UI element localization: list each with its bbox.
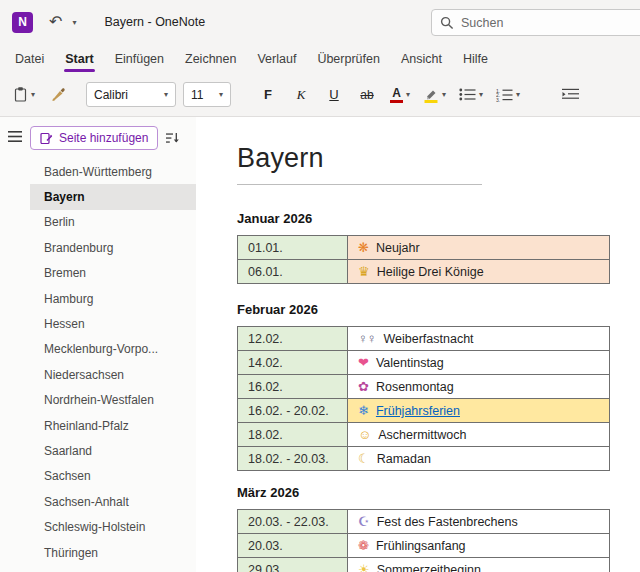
menu-item-start[interactable]: Start	[64, 47, 94, 71]
sidebar-item-bayern[interactable]: Bayern	[30, 184, 196, 209]
sidebar-item-nordrhein-westfalen[interactable]: Nordrhein-Westfalen	[30, 388, 196, 413]
menu-bar: Datei Start Einfügen Zeichnen Verlauf Üb…	[0, 44, 640, 73]
event-cell[interactable]: ❄Frühjahrsferien	[348, 399, 610, 423]
table-row: 18.02. ☺Aschermittwoch	[238, 423, 610, 447]
month-heading-januar[interactable]: Januar 2026	[237, 211, 640, 226]
menu-item-verlauf[interactable]: Verlauf	[256, 47, 297, 71]
onenote-window: N ↶ ▾ Bayern - OneNote Datei Start Einfü…	[0, 0, 640, 572]
menu-item-ansicht[interactable]: Ansicht	[400, 47, 443, 71]
search-input[interactable]	[461, 16, 611, 30]
pages-panel: Seite hinzufügen Baden-Württemberg Bayer…	[30, 117, 196, 572]
quick-access-chevron-icon[interactable]: ▾	[72, 18, 76, 27]
date-cell[interactable]: 20.03.	[238, 534, 348, 558]
date-cell[interactable]: 01.01.	[238, 236, 348, 260]
italic-button[interactable]: K	[288, 81, 314, 109]
menu-item-ueberpruefen[interactable]: Überprüfen	[316, 47, 381, 71]
snowflake-icon: ❄	[358, 403, 368, 418]
date-cell[interactable]: 14.02.	[238, 351, 348, 375]
sidebar-item-thueringen[interactable]: Thüringen	[30, 540, 196, 565]
flower-icon: ❁	[358, 538, 368, 553]
sidebar-item-sachsen[interactable]: Sachsen	[30, 464, 196, 489]
menu-item-zeichnen[interactable]: Zeichnen	[184, 47, 237, 71]
date-cell[interactable]: 29.03.	[238, 558, 348, 572]
date-cell[interactable]: 16.02.	[238, 375, 348, 399]
date-cell[interactable]: 06.01.	[238, 260, 348, 284]
event-cell[interactable]: ☀Sommerzeitbeginn	[348, 558, 610, 572]
undo-icon[interactable]: ↶	[49, 14, 62, 30]
heart-icon: ❤	[358, 355, 368, 370]
page-list: Baden-Württemberg Bayern Berlin Brandenb…	[30, 159, 196, 565]
sidebar-item-bremen[interactable]: Bremen	[30, 261, 196, 286]
highlighter-icon	[423, 87, 439, 103]
table-row: 16.02. - 20.02. ❄Frühjahrsferien	[238, 399, 610, 423]
highlight-button[interactable]: ▾	[420, 81, 449, 109]
strikethrough-button[interactable]: ab	[354, 81, 380, 109]
format-painter-button[interactable]	[45, 81, 71, 109]
font-size-value: 11	[191, 88, 203, 102]
event-cell[interactable]: ❋Neujahr	[348, 236, 610, 260]
indent-button[interactable]	[558, 81, 584, 109]
sidebar-item-hamburg[interactable]: Hamburg	[30, 286, 196, 311]
font-size-select[interactable]: 11 ▾	[183, 82, 231, 107]
title-bar: N ↶ ▾ Bayern - OneNote	[0, 0, 640, 44]
date-cell[interactable]: 16.02. - 20.02.	[238, 399, 348, 423]
two-women-icon: ♀♀	[358, 331, 376, 346]
bullet-list-icon	[459, 88, 476, 101]
page-title[interactable]: Bayern	[237, 143, 640, 174]
underline-button[interactable]: U	[321, 81, 347, 109]
sort-pages-icon[interactable]	[165, 131, 180, 145]
add-page-button[interactable]: Seite hinzufügen	[30, 126, 158, 150]
paste-button[interactable]: ▾	[10, 81, 38, 109]
date-cell[interactable]: 12.02.	[238, 327, 348, 351]
page-content: Bayern Januar 2026 01.01. ❋Neujahr 06.01…	[196, 117, 640, 572]
event-cell[interactable]: ☾Ramadan	[348, 447, 610, 471]
sidebar-item-mecklenburg-vorpommern[interactable]: Mecklenburg-Vorpo...	[30, 337, 196, 362]
font-name-value: Calibri	[94, 88, 128, 102]
sidebar-item-baden-wuerttemberg[interactable]: Baden-Württemberg	[30, 159, 196, 184]
event-cell[interactable]: ❁Frühlingsanfang	[348, 534, 610, 558]
table-row: 06.01. ♛Heilige Drei Könige	[238, 260, 610, 284]
date-cell[interactable]: 18.02. - 20.03.	[238, 447, 348, 471]
bold-button[interactable]: F	[255, 81, 281, 109]
sidebar-item-niedersachsen[interactable]: Niedersachsen	[30, 362, 196, 387]
sidebar-item-rheinland-pfalz[interactable]: Rheinland-Pfalz	[30, 413, 196, 438]
date-cell[interactable]: 20.03. - 22.03.	[238, 510, 348, 534]
ribbon-toolbar: ▾ Calibri ▾ 11 ▾ F K U ab A ▾	[0, 73, 640, 117]
sidebar-item-sachsen-anhalt[interactable]: Sachsen-Anhalt	[30, 489, 196, 514]
table-row: 20.03. ❁Frühlingsanfang	[238, 534, 610, 558]
font-name-select[interactable]: Calibri ▾	[86, 82, 176, 107]
event-label: Frühlingsanfang	[376, 539, 466, 553]
event-cell[interactable]: ☪Fest des Fastenbrechens	[348, 510, 610, 534]
event-cell[interactable]: ♛Heilige Drei Könige	[348, 260, 610, 284]
month-heading-februar[interactable]: Februar 2026	[237, 302, 640, 317]
sidebar-item-hessen[interactable]: Hessen	[30, 311, 196, 336]
event-label: Ramadan	[377, 452, 431, 466]
event-cell[interactable]: ☺Aschermittwoch	[348, 423, 610, 447]
event-label: Sommerzeitbeginn	[377, 563, 481, 572]
menu-item-einfuegen[interactable]: Einfügen	[114, 47, 165, 71]
sidebar-item-saarland[interactable]: Saarland	[30, 438, 196, 463]
smiley-icon: ☺	[358, 427, 370, 442]
event-cell[interactable]: ❤Valentinstag	[348, 351, 610, 375]
add-page-label: Seite hinzufügen	[59, 131, 148, 145]
menu-item-datei[interactable]: Datei	[14, 47, 45, 71]
bullet-list-button[interactable]: ▾	[456, 81, 486, 109]
sidebar-item-brandenburg[interactable]: Brandenburg	[30, 235, 196, 260]
event-label: Fest des Fastenbrechens	[377, 515, 518, 529]
font-color-button[interactable]: A ▾	[387, 81, 413, 109]
event-link[interactable]: Frühjahrsferien	[376, 404, 460, 418]
add-page-icon	[40, 132, 53, 145]
sun-icon: ☀	[358, 562, 369, 572]
month-heading-maerz[interactable]: März 2026	[237, 485, 640, 500]
sidebar-item-schleswig-holstein[interactable]: Schleswig-Holstein	[30, 514, 196, 539]
numbered-list-button[interactable]: 1.2.3. ▾	[493, 81, 523, 109]
search-box[interactable]	[431, 9, 640, 36]
sidebar-item-berlin[interactable]: Berlin	[30, 210, 196, 235]
event-cell[interactable]: ✿Rosenmontag	[348, 375, 610, 399]
navigation-menu-icon[interactable]	[7, 130, 23, 572]
font-color-chevron-icon: ▾	[406, 90, 410, 99]
table-row: 20.03. - 22.03. ☪Fest des Fastenbrechens	[238, 510, 610, 534]
event-cell[interactable]: ♀♀Weiberfastnacht	[348, 327, 610, 351]
date-cell[interactable]: 18.02.	[238, 423, 348, 447]
menu-item-hilfe[interactable]: Hilfe	[462, 47, 489, 71]
